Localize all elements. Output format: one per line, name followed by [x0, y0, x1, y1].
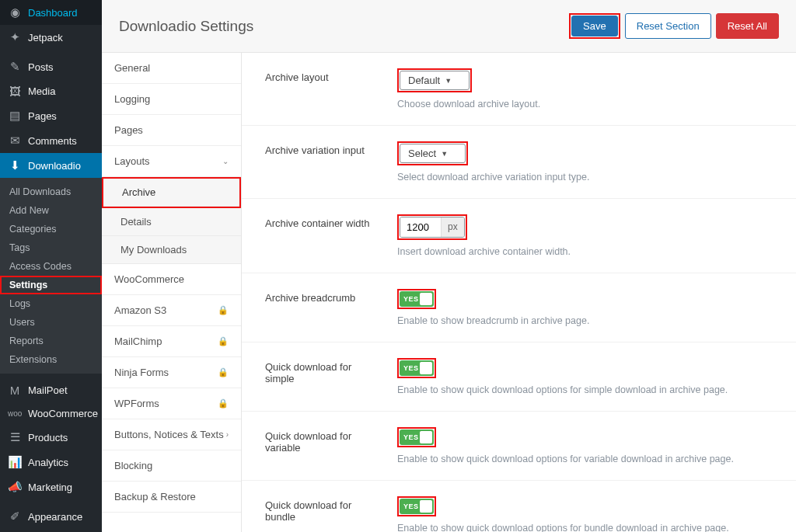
- nav-appearance[interactable]: ✐Appearance: [0, 504, 102, 529]
- subnav-tags[interactable]: Tags: [0, 238, 102, 257]
- nav-label: Comments: [28, 135, 77, 147]
- reset-section-button[interactable]: Reset Section: [625, 13, 711, 39]
- field-label: Quick download for bundle: [265, 496, 374, 523]
- tab-label: Buttons, Notices & Texts: [114, 429, 224, 440]
- lock-icon: 🔒: [218, 367, 229, 377]
- tab-general[interactable]: General: [102, 53, 241, 84]
- content-row: General Logging Pages Layouts⌄ Archive D…: [102, 53, 796, 532]
- pin-icon: ✎: [8, 60, 22, 74]
- nav-downloadio-submenu: All Downloads Add New Categories Tags Ac…: [0, 178, 102, 374]
- subnav-categories[interactable]: Categories: [0, 220, 102, 238]
- quick-bundle-toggle[interactable]: YES: [400, 499, 434, 514]
- breadcrumb-toggle[interactable]: YES: [400, 291, 434, 307]
- subnav-access-codes[interactable]: Access Codes: [0, 257, 102, 276]
- lock-icon: 🔒: [218, 398, 229, 409]
- container-width-input[interactable]: [400, 217, 441, 237]
- tab-label: MailChimp: [114, 336, 162, 347]
- toggle-label: YES: [400, 295, 419, 303]
- toggle-knob: [420, 431, 432, 443]
- nav-downloadio[interactable]: ⬇Downloadio: [0, 153, 102, 178]
- tab-logging[interactable]: Logging: [102, 84, 241, 115]
- field-help: Select download archive variation input …: [397, 172, 773, 183]
- header-actions: Save Reset Section Reset All: [569, 13, 779, 39]
- tab-mailchimp[interactable]: MailChimp🔒: [102, 326, 241, 357]
- archive-variation-select[interactable]: Select▼: [400, 144, 466, 163]
- reset-all-button[interactable]: Reset All: [716, 13, 779, 39]
- subnav-users[interactable]: Users: [0, 313, 102, 332]
- field-help: Enable to show quick download options fo…: [397, 523, 773, 532]
- page-header: Downloadio Settings Save Reset Section R…: [102, 0, 796, 53]
- field-help: Enable to show quick download options fo…: [397, 384, 773, 395]
- nav-label: Analytics: [28, 457, 68, 468]
- quick-simple-toggle[interactable]: YES: [400, 360, 434, 376]
- archive-layout-select[interactable]: Default▼: [400, 71, 470, 90]
- tab-ninja-forms[interactable]: Ninja Forms🔒: [102, 357, 241, 388]
- nav-comments[interactable]: ✉Comments: [0, 128, 102, 153]
- nav-label: MailPoet: [28, 384, 68, 396]
- tab-wpforms[interactable]: WPForms🔒: [102, 388, 241, 419]
- toggle-label: YES: [400, 364, 419, 372]
- tab-label: WPForms: [114, 398, 159, 409]
- woo-icon: woo: [8, 409, 22, 418]
- subtab-my-downloads[interactable]: My Downloads: [102, 236, 241, 264]
- nav-dashboard[interactable]: ◉Dashboard: [0, 0, 102, 25]
- field-label: Quick download for variable: [265, 427, 374, 454]
- save-highlight: Save: [569, 13, 620, 39]
- lock-icon: 🔒: [218, 305, 229, 315]
- tab-label: Amazon S3: [114, 304, 166, 316]
- tab-layouts-submenu: Archive Details My Downloads: [102, 177, 241, 264]
- toggle-knob: [420, 293, 432, 305]
- nav-label: Media: [28, 85, 55, 97]
- downloadio-icon: ⬇: [8, 158, 22, 172]
- input-highlight: Select▼: [397, 141, 468, 165]
- field-label: Archive variation input: [265, 141, 374, 156]
- input-highlight: YES: [397, 427, 436, 447]
- tab-layouts[interactable]: Layouts⌄: [102, 146, 241, 177]
- nav-woocommerce[interactable]: wooWooCommerce: [0, 402, 102, 425]
- subtab-details[interactable]: Details: [102, 208, 241, 236]
- input-highlight: YES: [397, 358, 436, 378]
- nav-jetpack[interactable]: ✦Jetpack: [0, 25, 102, 50]
- subnav-logs[interactable]: Logs: [0, 294, 102, 313]
- input-highlight: YES: [397, 289, 436, 309]
- nav-posts[interactable]: ✎Posts: [0, 54, 102, 79]
- select-value: Select: [408, 148, 436, 159]
- input-highlight: px: [397, 214, 467, 240]
- subnav-extensions[interactable]: Extensions: [0, 350, 102, 369]
- nav-plugins[interactable]: 🔌Plugins: [0, 529, 102, 532]
- tab-woocommerce[interactable]: WooCommerce: [102, 264, 241, 295]
- subtab-archive[interactable]: Archive: [103, 179, 239, 207]
- tab-buttons-notices[interactable]: Buttons, Notices & Texts›: [102, 419, 241, 450]
- nav-media[interactable]: 🖾Media: [0, 79, 102, 103]
- nav-label: Pages: [28, 110, 57, 122]
- tab-amazon-s3[interactable]: Amazon S3🔒: [102, 295, 241, 326]
- field-quick-simple: Quick download for simple YES Enable to …: [242, 342, 796, 412]
- field-quick-bundle: Quick download for bundle YES Enable to …: [242, 481, 796, 532]
- nav-products[interactable]: ☰Products: [0, 425, 102, 450]
- tab-label: Ninja Forms: [114, 367, 169, 378]
- nav-label: Dashboard: [28, 7, 78, 19]
- appearance-icon: ✐: [8, 509, 22, 523]
- nav-label: Products: [28, 432, 68, 443]
- nav-mailpoet[interactable]: MMailPoet: [0, 378, 102, 402]
- field-container-width: Archive container width px Insert downlo…: [242, 199, 796, 273]
- field-breadcrumb: Archive breadcrumb YES Enable to show br…: [242, 273, 796, 342]
- tab-label: Layouts: [114, 155, 150, 167]
- tab-backup[interactable]: Backup & Restore: [102, 482, 241, 513]
- tab-pages[interactable]: Pages: [102, 115, 241, 146]
- quick-variable-toggle[interactable]: YES: [400, 429, 434, 445]
- field-label: Archive container width: [265, 214, 374, 229]
- nav-marketing[interactable]: 📣Marketing: [0, 475, 102, 499]
- save-button[interactable]: Save: [571, 16, 618, 37]
- container-width-input-group: px: [400, 217, 465, 238]
- nav-pages[interactable]: ▤Pages: [0, 103, 102, 128]
- subnav-add-new[interactable]: Add New: [0, 201, 102, 220]
- nav-label: Appearance: [28, 511, 82, 523]
- subnav-settings[interactable]: Settings: [0, 276, 102, 294]
- nav-analytics[interactable]: 📊Analytics: [0, 450, 102, 475]
- subnav-all-downloads[interactable]: All Downloads: [0, 183, 102, 201]
- field-quick-variable: Quick download for variable YES Enable t…: [242, 412, 796, 481]
- field-help: Enable to show breadcrumb in archive pag…: [397, 315, 773, 326]
- subnav-reports[interactable]: Reports: [0, 332, 102, 350]
- tab-blocking[interactable]: Blocking: [102, 450, 241, 482]
